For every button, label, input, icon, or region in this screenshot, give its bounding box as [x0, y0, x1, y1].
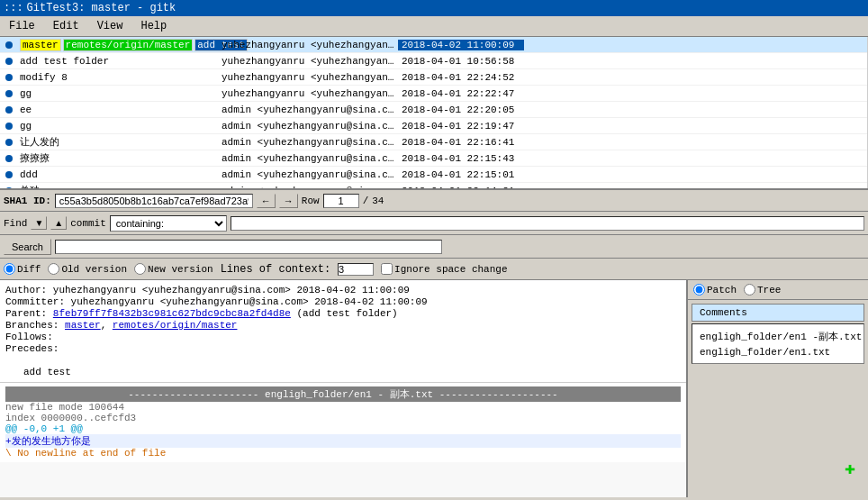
ignore-space-text: Ignore space change [394, 264, 507, 275]
ignore-space-checkbox[interactable] [381, 263, 393, 275]
diff-options-row: Diff Old version New version Lines of co… [0, 259, 868, 280]
commit-author: yuhezhangyanru <yuhezhangyanru@s [218, 88, 398, 99]
comments-tab[interactable]: Comments [692, 304, 864, 322]
patch-radio[interactable] [693, 284, 705, 295]
diff-label: Diff [17, 264, 41, 275]
parent-label: Parent: [5, 308, 47, 319]
commit-date: 2018-04-01 22:19:47 [398, 121, 524, 132]
menu-edit[interactable]: Edit [48, 18, 85, 34]
table-row[interactable]: add test folder yuhezhangyanru <yuhezhan… [0, 53, 867, 69]
sha-next-button[interactable]: → [279, 194, 298, 208]
table-row[interactable]: 让人发的 admin <yuhezhangyanru@sina.com> 201… [0, 134, 867, 150]
old-version-label: Old version [61, 264, 127, 275]
diff-section-header: ---------------------- engligh_folder/en… [5, 386, 681, 402]
file-list[interactable]: engligh_folder/en1 -副本.txt engligh_folde… [692, 323, 864, 364]
diff-radio[interactable] [4, 263, 15, 275]
context-label: Lines of context: [221, 263, 330, 276]
find-up-button[interactable]: ▲ [50, 216, 67, 230]
branches-line: Branches: master, remotes/origin/master [5, 320, 681, 331]
commit-list[interactable]: master remotes/origin/master add test yu… [0, 37, 868, 188]
ignore-space-label[interactable]: Ignore space change [381, 263, 507, 275]
commit-dot [5, 58, 13, 65]
tree-radio-label[interactable]: Tree [744, 284, 781, 295]
table-row[interactable]: ddd admin <yuhezhangyanru@sina.com> 2018… [0, 167, 867, 183]
search-button[interactable]: Search [4, 239, 51, 255]
commit-author: admin <yuhezhangyanru@sina.com> [218, 153, 398, 164]
row-number-input[interactable] [323, 194, 359, 208]
table-row[interactable]: master remotes/origin/master add test yu… [0, 37, 867, 53]
diff-panel[interactable]: Author: yuhezhangyanru <yuhezhangyanru@s… [0, 280, 688, 497]
commit-message: 单独 [20, 184, 40, 188]
title-bar-title: GitTest3: master - gitk [27, 2, 176, 14]
menu-file[interactable]: File [4, 18, 41, 34]
diff-radio-label[interactable]: Diff [4, 263, 41, 275]
menu-help[interactable]: Help [135, 18, 172, 34]
table-row[interactable]: gg admin <yuhezhangyanru@sina.com> 2018-… [0, 118, 867, 134]
sha-row: SHA1 ID: ← → Row / 34 [0, 190, 868, 212]
new-version-radio-label[interactable]: New version [134, 263, 213, 275]
commit-dot [5, 187, 13, 189]
context-input[interactable] [338, 263, 374, 276]
commit-author: yuhezhangyanru <yuhezhangyanru@s [218, 40, 398, 50]
diff-content: ---------------------- engligh_folder/en… [0, 383, 686, 462]
sha-input[interactable] [55, 194, 253, 208]
commit-date: 2018-04-01 22:24:52 [398, 72, 524, 83]
commit-dot [5, 106, 13, 114]
old-version-radio[interactable] [48, 263, 59, 275]
commit-message: modify 8 [20, 72, 68, 83]
parent-suffix: (add test folder) [296, 308, 397, 319]
table-row[interactable]: ee admin <yuhezhangyanru@sina.com> 2018-… [0, 102, 867, 118]
commit-dot [5, 171, 13, 178]
find-text-input[interactable] [231, 216, 864, 231]
branch-tag-origin[interactable]: remotes/origin/master [63, 39, 194, 51]
list-item[interactable]: engligh_folder/en1 -副本.txt [696, 328, 860, 345]
add-icon[interactable]: ✚ [845, 457, 855, 479]
list-item[interactable]: engligh_folder/en1.txt [696, 345, 860, 359]
commit-author: admin <yuhezhangyanru@sina.com> [218, 186, 398, 189]
table-row[interactable]: gg yuhezhangyanru <yuhezhangyanru@s 2018… [0, 86, 867, 102]
parent-hash-link[interactable]: 8feb79ff7f8432b3c981c627bdc9cbc8a2fd4d8e [53, 308, 291, 319]
row-label: Row [302, 195, 320, 206]
new-version-radio[interactable] [134, 263, 146, 275]
patch-tree-row: Patch Tree [688, 280, 868, 300]
parent-line: Parent: 8feb79ff7f8432b3c981c627bdc9cbc8… [5, 308, 681, 319]
commit-message: 让人发的 [20, 135, 59, 149]
right-panel: Patch Tree Comments engligh_folder/en1 -… [688, 280, 868, 364]
patch-radio-label[interactable]: Patch [693, 284, 737, 295]
commit-author: admin <yuhezhangyanru@sina.com> [218, 105, 398, 115]
branch-master-link[interactable]: master [65, 320, 101, 331]
menu-bar: File Edit View Help [0, 16, 868, 37]
sha-prev-button[interactable]: ← [257, 194, 276, 208]
commit-dot [5, 155, 13, 162]
title-bar-icon: ::: [4, 2, 23, 14]
table-row[interactable]: modify 8 yuhezhangyanru <yuhezhangyanru@… [0, 69, 867, 86]
find-row: Find ▼ ▲ commit containing: touching pat… [0, 212, 868, 235]
commit-info: Author: yuhezhangyanru <yuhezhangyanru@s… [0, 280, 686, 383]
find-down-button[interactable]: ▼ [31, 216, 47, 230]
search-input[interactable] [55, 240, 442, 254]
branch-tag-master[interactable]: master [20, 39, 61, 51]
find-type-label: commit [70, 218, 106, 229]
table-row[interactable]: 单独 admin <yuhezhangyanru@sina.com> 2018-… [0, 183, 867, 188]
commit-message-text: add test [5, 367, 681, 377]
menu-view[interactable]: View [92, 18, 129, 34]
tree-radio[interactable] [744, 284, 755, 295]
commit-date: 2018-04-01 22:16:41 [398, 137, 524, 148]
commit-message: gg [20, 121, 32, 132]
old-version-radio-label[interactable]: Old version [48, 263, 127, 275]
tree-label: Tree [757, 285, 781, 295]
committer-line: Committer: yuhezhangyanru <yuhezhangyanr… [5, 296, 681, 307]
diff-line-2: @@ -0,0 +1 @@ [5, 423, 681, 434]
row-sep: / [363, 195, 369, 206]
commit-dot [5, 74, 13, 81]
commit-dot [5, 90, 13, 97]
commit-author: yuhezhangyanru <yuhezhangyanru@s [218, 56, 398, 67]
find-type-select[interactable]: containing: touching paths: adding/remov… [110, 215, 227, 232]
commit-author: yuhezhangyanru <yuhezhangyanru@s [218, 72, 398, 83]
commit-area: master remotes/origin/master add test yu… [0, 37, 868, 190]
commit-author: admin <yuhezhangyanru@sina.com> [218, 121, 398, 132]
commit-dot [5, 41, 13, 49]
branch-origin-link[interactable]: remotes/origin/master [113, 320, 238, 331]
commit-author: admin <yuhezhangyanru@sina.com> [218, 169, 398, 180]
table-row[interactable]: 撩撩撩 admin <yuhezhangyanru@sina.com> 2018… [0, 150, 867, 167]
